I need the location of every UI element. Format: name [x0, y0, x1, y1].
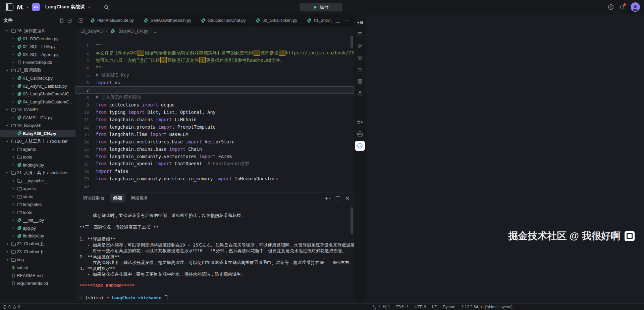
new-file-icon[interactable]: [59, 18, 64, 23]
terminal-scrollbar[interactable]: [351, 207, 353, 234]
split-panel-icon[interactable]: [335, 196, 340, 201]
tree-item-01_DBCreation.py[interactable]: 01_DBCreation.py: [0, 35, 75, 43]
new-terminal-icon[interactable]: ＋▾: [324, 195, 331, 202]
toggle-sidebar-icon[interactable]: [5, 3, 13, 11]
more-actions-icon[interactable]: ⋯: [344, 17, 350, 24]
tree-item-22_Chatbot上[interactable]: 22_Chatbot上: [0, 240, 75, 248]
tree-item-16_操作数据库[interactable]: 16_操作数据库: [0, 27, 75, 35]
breadcrumb-file[interactable]: BabyAGI_CN.py: [118, 29, 148, 34]
tree-item-templates[interactable]: templates: [0, 201, 75, 209]
tree-item-BabyAGI_CN.py[interactable]: BabyAGI_CN.py: [0, 130, 75, 138]
problems-indicator[interactable]: 0 0: [3, 305, 20, 309]
code-line[interactable]: 12from langchain.prompts import PromptTe…: [75, 123, 354, 131]
code-line[interactable]: 8# 导入所需的库和模块: [75, 94, 354, 101]
tree-item-img[interactable]: img: [0, 256, 75, 264]
preview-icon[interactable]: [355, 53, 365, 63]
tree-item-README.md[interactable]: README.md: [0, 272, 75, 280]
split-editor-icon[interactable]: [335, 18, 340, 23]
panel-tab-调试控制台[interactable]: 调试控制台: [79, 194, 108, 203]
tree-item-19_BabyAGI[interactable]: 19_BabyAGI: [0, 122, 75, 130]
tree-item-__pycache__[interactable]: __pycache__: [0, 177, 75, 185]
project-name[interactable]: LangChain 实战课: [45, 4, 85, 10]
tab-SelfAskwithSearch.py[interactable]: SelfAskwithSearch.py: [139, 14, 196, 27]
translate-icon[interactable]: 文A: [355, 117, 365, 127]
extensions-icon[interactable]: [355, 76, 365, 86]
code-line[interactable]: 11from langchain.chains import LLMChain: [75, 116, 354, 123]
tab-01_arxiv.py[interactable]: 01_arxiv.py: [302, 14, 331, 27]
status-cursor-position[interactable]: 行 7, 列 1: [373, 304, 390, 310]
badge-88-icon[interactable]: 88: [355, 129, 365, 139]
bug-icon[interactable]: [355, 64, 365, 75]
tree-item-21_人脉工具下 / socializer[interactable]: 21_人脉工具下 / socializer: [0, 169, 75, 177]
notifications-bell-icon[interactable]: [619, 4, 625, 10]
tab-02_GmailToken.py[interactable]: 02_GmailToken.py: [251, 14, 303, 27]
code-line[interactable]: 20: [75, 182, 354, 190]
tree-item-tools[interactable]: tools: [0, 209, 75, 217]
editor-scrollbar[interactable]: [351, 36, 353, 48]
tree-item-findbigV.py[interactable]: findbigV.py: [0, 232, 75, 240]
tree-item-02_SQL_LLM.py[interactable]: 02_SQL_LLM.py: [0, 43, 75, 51]
search-icon[interactable]: [104, 4, 109, 10]
code-line[interactable]: 3您可以点击最上方的“运行”按钮，直接运行该文件；更多操作指引请参考Readme…: [75, 57, 354, 64]
tree-item-17_回调函数[interactable]: 17_回调函数: [0, 67, 75, 75]
tree-item-FlowerShop.db[interactable]: FlowerShop.db: [0, 58, 75, 67]
code-review-icon[interactable]: [355, 29, 365, 39]
panel-tab-网络服务[interactable]: 网络服务: [127, 194, 152, 203]
code-line[interactable]: 5# 设置API Key: [75, 72, 354, 79]
tree-item-tools[interactable]: tools: [0, 153, 75, 161]
ai-assistant-icon[interactable]: ✦AI: [355, 17, 365, 28]
tree-item-03_SQL_Agent.py[interactable]: 03_SQL_Agent.py: [0, 51, 75, 59]
tab-StructedToolChat.py[interactable]: StructedToolChat.py: [196, 14, 251, 27]
flask-icon[interactable]: [355, 88, 365, 98]
panel-tab-终端[interactable]: 终端: [110, 194, 125, 203]
code-line[interactable]: 6import os: [75, 79, 354, 86]
smiley-feedback-icon[interactable]: [355, 141, 365, 151]
code-line[interactable]: 16from langchain_community.vectorstores …: [75, 153, 354, 160]
new-tab-icon[interactable]: [78, 18, 84, 23]
tree-item-requirements.txt[interactable]: requirements.txt: [0, 279, 75, 287]
tree-item-03_LangChainOpenAICallback....[interactable]: 03_LangChainOpenAICallback....: [0, 90, 75, 98]
tree-item-02_Async_Callback.py[interactable]: 02_Async_Callback.py: [0, 82, 75, 90]
status-indentation[interactable]: 空格: 4: [396, 304, 409, 310]
help-icon[interactable]: ?: [608, 4, 614, 10]
status-language-mode[interactable]: Python: [443, 305, 455, 309]
code-line[interactable]: 15from langchain.chains.base import Chai…: [75, 145, 354, 153]
avatar[interactable]: [631, 2, 640, 12]
breadcrumb-folder[interactable]: 19_BabyAGI: [81, 29, 104, 34]
tree-item-agents[interactable]: agents: [0, 185, 75, 193]
tree-item-18_CAMEL[interactable]: 18_CAMEL: [0, 106, 75, 114]
tree-item-findbigV.py[interactable]: findbigV.py: [0, 161, 75, 169]
code-line[interactable]: 14from langchain.vectorstores.base impor…: [75, 138, 354, 145]
tree-item-04_LangChainCustomCallback....[interactable]: 04_LangChainCustomCallback....: [0, 98, 75, 106]
code-line[interactable]: 19from langchain_community.docstore.in_m…: [75, 175, 354, 182]
code-line[interactable]: 17from langchain_openai import ChatOpenA…: [75, 160, 354, 168]
breadcrumb-more[interactable]: ...: [154, 29, 157, 34]
tree-item-app.py[interactable]: app.py: [0, 224, 75, 232]
collapse-all-icon[interactable]: [67, 18, 72, 23]
tree-item-CAMEL_CN.py[interactable]: CAMEL_CN.py: [0, 114, 75, 122]
code-line[interactable]: 10from typing import Dict, List, Optiona…: [75, 108, 354, 116]
code-line[interactable]: 2本文件是【BabyAGI：根据气候变化自动制定鲜花存储策略】章节的配套代码，课…: [75, 49, 354, 57]
status-python-interpreter[interactable]: 3.12.2 64-bit ('shims': pyenv): [461, 305, 513, 309]
terminal-prompt[interactable]: (shims) ➜ LangChain-shizhanke: [79, 295, 354, 301]
code-line[interactable]: 1""": [75, 42, 354, 49]
tree-item-01_Callback.py[interactable]: 01_Callback.py: [0, 74, 75, 82]
chevron-down-icon[interactable]: ▾: [88, 5, 90, 9]
tree-item-23_Chatbot下[interactable]: 23_Chatbot下: [0, 248, 75, 256]
code-line[interactable]: 7: [75, 86, 354, 94]
git-branch-icon[interactable]: [355, 41, 365, 51]
marscode-logo[interactable]: M.: [17, 3, 23, 11]
status-encoding[interactable]: UTF-8: [415, 305, 426, 309]
tab-PlanAndExecute.py[interactable]: PlanAndExecute.py: [86, 14, 139, 27]
run-button[interactable]: 运行: [300, 3, 342, 11]
close-panel-icon[interactable]: ✕: [345, 195, 350, 202]
chevron-down-icon[interactable]: ▾: [27, 5, 29, 9]
code-line[interactable]: 18import faiss: [75, 168, 354, 175]
tree-item-static[interactable]: static: [0, 193, 75, 201]
code-line[interactable]: 13from langchain.llms import BaseLLM: [75, 131, 354, 138]
status-eol[interactable]: LF: [432, 305, 437, 309]
code-line[interactable]: 4""": [75, 64, 354, 72]
tree-item-20_人脉工具上 / socializer[interactable]: 20_人脉工具上 / socializer: [0, 137, 75, 145]
code-editor[interactable]: 1"""2本文件是【BabyAGI：根据气候变化自动制定鲜花存储策略】章节的配套…: [75, 36, 354, 192]
tree-item-init.sh[interactable]: $init.sh: [0, 264, 75, 272]
